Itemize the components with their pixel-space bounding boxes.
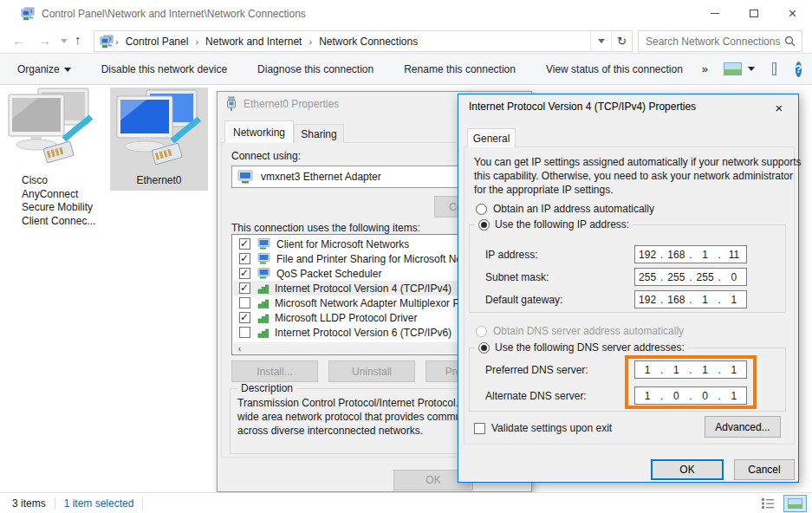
default-gateway-label: Default gateway: (485, 294, 562, 306)
connection-ethernet0[interactable]: Ethernet0 (110, 88, 208, 191)
radio-icon-selected[interactable] (478, 219, 490, 231)
uninstall-button[interactable]: Uninstall (328, 360, 415, 382)
statusbar-divider (55, 497, 55, 510)
item-checkbox[interactable] (239, 297, 250, 308)
network-adapter-icon (237, 170, 255, 184)
minimize-button[interactable] (695, 0, 734, 27)
address-dropdown-button[interactable] (590, 31, 611, 51)
breadcrumb-separator-icon (307, 36, 314, 47)
adapter-name: vmxnet3 Ethernet Adapter (261, 171, 381, 183)
protocol-icon (257, 328, 270, 338)
diagnose-connection-command[interactable]: Diagnose this connection (257, 63, 374, 75)
view-status-command[interactable]: View status of this connection (546, 63, 683, 75)
radio-icon-disabled[interactable] (476, 326, 487, 337)
items-count: 3 items (12, 497, 46, 510)
item-checkbox[interactable] (239, 327, 250, 338)
validate-checkbox[interactable] (474, 423, 485, 434)
organize-menu[interactable]: Organize (17, 63, 71, 75)
history-chevron-icon[interactable] (61, 39, 68, 43)
alternate-dns-label: Alternate DNS server: (485, 390, 587, 402)
ipv4-close-button[interactable]: × (765, 98, 793, 117)
details-view-button[interactable] (762, 497, 775, 509)
tab-networking[interactable]: Networking (224, 120, 294, 143)
refresh-button[interactable]: ↻ (611, 31, 632, 51)
back-icon[interactable]: ← (12, 34, 25, 47)
breadcrumb: Control Panel Network and Internet Netwo… (94, 30, 633, 52)
ipv4-dialog-titlebar: Internet Protocol Version 4 (TCP/IPv4) P… (458, 94, 798, 119)
help-icon[interactable]: ? (796, 62, 802, 77)
default-gateway-field[interactable]: 192. 168. 1. 1 (634, 290, 747, 308)
search-input[interactable] (639, 36, 784, 48)
window-titlebar[interactable]: Control Panel\Network and Internet\Netwo… (0, 0, 812, 28)
protocol-icon (257, 283, 270, 294)
icons-view-button[interactable] (783, 495, 807, 512)
command-toolbar: Organize Disable this network device Dia… (0, 54, 812, 85)
item-checkbox[interactable] (239, 312, 250, 323)
subnet-mask-label: Subnet mask: (485, 271, 549, 283)
protocol-icon (257, 298, 270, 308)
tab-general[interactable]: General (467, 128, 516, 147)
disable-device-command[interactable]: Disable this network device (101, 63, 227, 75)
ip-address-field[interactable]: 192. 168. 1. 11 (634, 245, 747, 263)
close-icon: × (776, 101, 783, 115)
install-button[interactable]: Install... (231, 360, 318, 382)
ethernet-plug-icon (226, 96, 237, 112)
client-service-icon (257, 268, 271, 279)
client-service-icon (257, 238, 271, 250)
client-service-icon (257, 253, 271, 264)
advanced-button[interactable]: Advanced... (705, 416, 781, 438)
radio-obtain-dns[interactable]: Obtain DNS server address automatically (476, 325, 684, 337)
item-checkbox[interactable] (239, 282, 250, 294)
maximize-button[interactable] (734, 0, 773, 27)
forward-icon[interactable]: → (38, 34, 51, 47)
rename-connection-command[interactable]: Rename this connection (404, 63, 516, 75)
maximize-icon (750, 10, 758, 17)
radio-obtain-ip[interactable]: Obtain an IP address automatically (476, 203, 654, 215)
toolbar-overflow-icon[interactable]: » (702, 62, 708, 75)
ethernet-dialog-title: Ethernet0 Properties (244, 98, 339, 110)
item-checkbox[interactable] (239, 253, 250, 264)
ipv4-cancel-button[interactable]: Cancel (734, 459, 795, 480)
statusbar-divider (142, 497, 143, 510)
chevron-down-icon (748, 67, 755, 71)
search-box[interactable] (638, 30, 802, 52)
breadcrumb-separator-icon (193, 36, 200, 47)
network-window-icon (21, 7, 35, 21)
breadcrumb-control-panel[interactable]: Control Panel (120, 36, 194, 48)
connect-using-label: Connect using: (231, 150, 301, 162)
search-icon[interactable] (784, 36, 796, 47)
item-checkbox[interactable] (239, 268, 250, 279)
close-button[interactable]: × (773, 0, 812, 27)
change-view-button[interactable] (724, 62, 755, 75)
breadcrumb-network-and-internet[interactable]: Network and Internet (200, 36, 307, 48)
scroll-left-icon[interactable]: ‹ (233, 342, 246, 354)
subnet-mask-field[interactable]: 255. 255. 255. 0 (634, 268, 747, 286)
preview-pane-icon[interactable] (772, 62, 776, 75)
connection-cisco-label: Cisco AnyConnect Secure Mobility Client … (22, 174, 95, 228)
connection-items-label: This connection uses the following items… (231, 222, 420, 234)
refresh-icon: ↻ (617, 35, 627, 48)
network-monitors-blue-icon (115, 89, 202, 173)
connection-cisco[interactable]: Cisco AnyConnect Secure Mobility Client … (7, 88, 104, 231)
tab-sharing[interactable]: Sharing (294, 124, 344, 143)
ipv4-dialog-title: Internet Protocol Version 4 (TCP/IPv4) P… (469, 101, 696, 113)
up-icon[interactable]: ↑ (75, 33, 81, 46)
radio-use-ip[interactable]: Use the following IP address: (475, 218, 633, 231)
validate-checkbox-row[interactable]: Validate settings upon exit (474, 422, 612, 434)
radio-use-dns[interactable]: Use the following DNS server addresses: (475, 341, 688, 354)
protocol-icon (257, 313, 270, 323)
window-title: Control Panel\Network and Internet\Netwo… (42, 8, 306, 20)
network-monitors-gray-icon (7, 159, 94, 172)
breadcrumb-network-connections[interactable]: Network Connections (314, 36, 423, 48)
thumbnail-view-icon (724, 62, 742, 75)
radio-icon[interactable] (476, 204, 487, 215)
preferred-dns-label: Preferred DNS server: (485, 364, 588, 376)
radio-icon-selected[interactable] (478, 342, 490, 354)
connection-ethernet0-label: Ethernet0 (110, 174, 208, 188)
ipv4-intro-text: You can get IP settings assigned automat… (474, 155, 802, 197)
item-checkbox[interactable] (239, 238, 250, 250)
status-bar: 3 items 1 item selected (0, 492, 812, 513)
minimize-icon (711, 13, 719, 14)
network-connections-window: Cisco AnyConnect Secure Mobility Client … (0, 0, 812, 513)
ipv4-ok-button[interactable]: OK (651, 459, 724, 480)
